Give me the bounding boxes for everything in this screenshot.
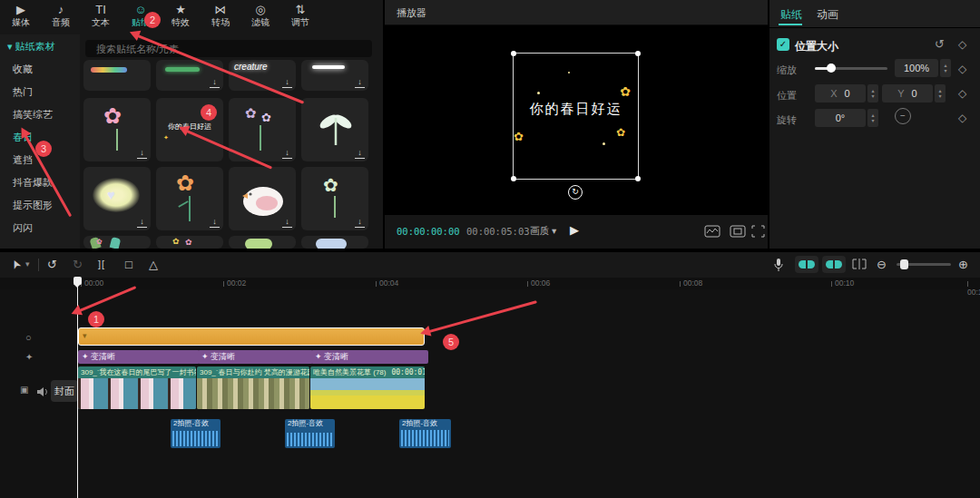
download-icon[interactable]: ↓ (355, 218, 365, 228)
download-icon[interactable]: ↓ (355, 78, 365, 88)
rotation-stepper[interactable]: ▴▾ (867, 109, 878, 127)
fullscreen-icon[interactable] (751, 225, 765, 238)
audio-clip[interactable]: 2拍照-音效 (399, 419, 451, 448)
sidebar-item-douyin-hits[interactable]: 抖音爆款 (0, 171, 80, 194)
download-icon[interactable]: ↓ (137, 218, 147, 228)
nav-tab-text[interactable]: TI文本 (85, 2, 116, 34)
zoom-out-icon[interactable]: ⊖ (877, 258, 887, 271)
magnetic-toggle[interactable] (795, 256, 818, 273)
sticker-cell[interactable]: ✿ ↓ (156, 167, 223, 230)
sticker-library-panel: ▶媒体 ♪音频 TI文本 ☺贴纸 ★特效 ⋈转场 ◎滤镜 ⇅调节 ▾ 贴纸素材 … (0, 0, 383, 249)
scopes-icon[interactable] (704, 225, 720, 238)
video-clip[interactable]: 309_`春日与你赴约 梵高的漫游花园 (197, 366, 309, 409)
sidebar-item-sparkle[interactable]: 闪闪 (0, 217, 80, 239)
nav-tab-audio[interactable]: ♪音频 (45, 2, 76, 34)
keyframe-icon[interactable]: ◇ (958, 38, 966, 51)
delete-icon[interactable]: □ (125, 258, 132, 271)
download-icon[interactable]: ↓ (210, 218, 220, 228)
player-canvas[interactable]: 你的春日好运 ✿ ✿ ✿ ↻ (385, 25, 768, 215)
audio-clip[interactable]: 2拍照-音效 (171, 419, 220, 448)
effect-clip[interactable]: ✦ 变清晰 (78, 350, 200, 364)
sticker-cell[interactable]: ↓ (301, 60, 368, 91)
tab-animation[interactable]: 动画 (817, 7, 838, 23)
scale-value[interactable]: 100% (895, 59, 938, 77)
ratio-icon[interactable] (730, 225, 746, 238)
sticker-material-header[interactable]: ▾ 贴纸素材 (7, 40, 55, 54)
play-button[interactable]: ▶ (570, 223, 579, 237)
sticker-cell[interactable]: ↓ (229, 167, 296, 230)
sticker-cell[interactable] (229, 236, 296, 249)
quality-dropdown[interactable]: 画质 ▾ (530, 225, 556, 238)
sticker-cell[interactable] (301, 236, 368, 249)
sidebar-item-variety[interactable]: 搞笑综艺 (0, 103, 80, 126)
effect-track-icon[interactable]: ✦ (25, 352, 33, 362)
download-icon[interactable]: ↓ (282, 218, 292, 228)
audio-clip[interactable]: 2拍照-音效 (285, 419, 335, 448)
effect-clip[interactable]: ✦ 变清晰 (198, 350, 313, 364)
record-voiceover-icon[interactable] (773, 258, 784, 272)
keyframe-icon[interactable]: ◇ (958, 63, 966, 75)
keyframe-icon[interactable]: ◇ (958, 112, 966, 124)
redo-icon[interactable]: ↻ (73, 258, 83, 271)
cover-button[interactable]: 封面 (51, 380, 78, 402)
undo-icon[interactable]: ↺ (47, 258, 57, 271)
scale-stepper[interactable]: ▴▾ (940, 59, 951, 77)
sticker-cell[interactable]: ↓ (301, 98, 368, 161)
rotation-field[interactable]: 0° (815, 109, 866, 127)
download-icon[interactable]: ↓ (282, 149, 292, 159)
chevron-down-icon: ▾ (552, 225, 556, 236)
selection-handle[interactable] (511, 51, 516, 56)
nav-tab-adjust[interactable]: ⇅调节 (285, 2, 316, 34)
video-clip[interactable]: 309_`我在这春日的尾巴写了一封书签 (78, 366, 196, 409)
timeline-zoom-handle[interactable] (900, 259, 908, 269)
zoom-in-icon[interactable]: ⊕ (958, 258, 968, 271)
download-icon[interactable]: ↓ (137, 149, 147, 159)
link-toggle[interactable] (822, 256, 846, 273)
position-x-stepper[interactable]: ▴▾ (867, 84, 878, 103)
selection-handle[interactable] (511, 176, 516, 181)
sticker-cell[interactable]: ✿ ✿ (156, 236, 223, 249)
y-label: Y (897, 88, 904, 99)
sticker-clip[interactable]: ▾ (78, 327, 425, 346)
rotation-dial[interactable]: − (895, 108, 911, 124)
position-x-field[interactable]: X0 (815, 84, 866, 103)
sidebar-item-hot[interactable]: 热门 (0, 81, 80, 103)
caption-track-icon[interactable]: ▣ (20, 385, 28, 395)
download-icon[interactable]: ↓ (355, 149, 365, 159)
nav-tab-filter[interactable]: ◎滤镜 (245, 2, 276, 34)
search-input[interactable] (85, 40, 372, 57)
reset-icon[interactable]: ↺ (935, 37, 945, 51)
sticker-selection-box[interactable]: 你的春日好运 ✿ ✿ ✿ (513, 53, 639, 180)
sidebar-item-favorites[interactable]: 收藏 (0, 58, 80, 81)
audio-clip-label: 2拍照-音效 (399, 419, 451, 428)
sticker-track-icon[interactable]: ○ (25, 332, 32, 343)
select-tool-caret[interactable]: ▾ (25, 259, 30, 269)
rotate-handle[interactable]: ↻ (568, 185, 583, 200)
keyframe-icon[interactable]: ◇ (958, 87, 966, 100)
select-tool-icon[interactable]: ➤ (7, 257, 24, 271)
split-by-playhead-icon[interactable] (851, 258, 867, 270)
nav-tab-media[interactable]: ▶媒体 (5, 2, 36, 34)
sticker-cell[interactable] (83, 60, 151, 91)
position-size-checkbox[interactable]: ✓ (777, 38, 789, 51)
download-icon[interactable]: ↓ (282, 78, 292, 88)
scale-slider-handle[interactable] (827, 63, 836, 73)
speaker-icon[interactable] (36, 386, 48, 397)
position-y-field[interactable]: Y0 (882, 84, 933, 103)
nav-tab-effects[interactable]: ★特效 (165, 2, 196, 34)
split-icon[interactable]: ][ (98, 259, 105, 269)
sticker-cell[interactable]: ♥ ↓ (83, 167, 151, 230)
nav-tab-transition[interactable]: ⋈转场 (205, 2, 236, 34)
position-y-stepper[interactable]: ▴▾ (935, 84, 946, 103)
selection-handle[interactable] (635, 176, 641, 181)
sticker-cell[interactable]: ✿ (83, 236, 151, 249)
selection-handle[interactable] (635, 51, 641, 56)
video-clip[interactable]: 唯美自然美景花草 (78)00:00:01:17 (310, 366, 425, 409)
mirror-icon[interactable]: △ (149, 258, 158, 271)
sparkle-dot (537, 92, 540, 94)
effect-clip[interactable]: ✦ 变清晰 (311, 350, 428, 364)
sticker-cell[interactable]: ✿ ↓ (83, 98, 151, 161)
download-icon[interactable]: ↓ (210, 78, 220, 88)
sticker-cell[interactable]: ✿ ↓ (301, 167, 368, 230)
tab-sticker[interactable]: 贴纸 (780, 7, 802, 23)
